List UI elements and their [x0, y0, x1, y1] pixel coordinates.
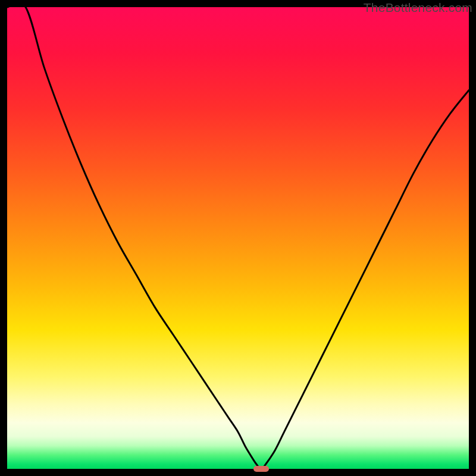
- watermark-brand: TheBottleneck.com: [364, 1, 472, 15]
- bottleneck-curve: [7, 7, 469, 469]
- curve-minimum-marker: [253, 466, 269, 472]
- chart-frame: TheBottleneck.com: [0, 0, 476, 476]
- chart-plot-area: [7, 7, 469, 469]
